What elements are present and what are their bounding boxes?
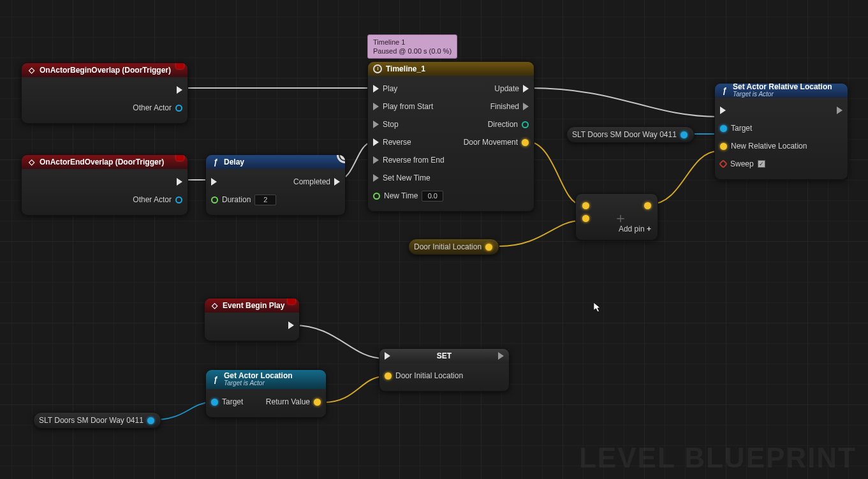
node-subtitle: Target is Actor (733, 91, 832, 98)
target-pin[interactable] (211, 399, 218, 406)
node-title: OnActorEndOverlap (DoorTrigger) (40, 158, 164, 166)
exec-out-pin[interactable] (177, 178, 182, 186)
breakpoint-icon[interactable] (288, 298, 295, 304)
node-begin-overlap[interactable]: OnActorBeginOverlap (DoorTrigger) Other … (21, 63, 188, 124)
newrel-pin[interactable] (720, 143, 727, 150)
event-icon (27, 66, 36, 75)
vec-in-b[interactable] (582, 215, 589, 222)
object-out-pin[interactable] (175, 196, 182, 203)
function-icon (720, 86, 729, 95)
node-set-actor-relative-location[interactable]: Set Actor Relative Location Target is Ac… (714, 83, 848, 180)
plus-icon: ＋ (614, 212, 628, 224)
node-vector-add[interactable]: ＋ Add pin + (575, 193, 658, 240)
wire-vec (651, 151, 718, 204)
node-title: Event Begin Play (223, 301, 284, 310)
pin-label: Other Actor (133, 103, 172, 112)
wire-vec (527, 142, 580, 204)
exec-out-pin[interactable] (288, 321, 294, 329)
pin-direction[interactable] (522, 121, 529, 128)
watermark: LEVEL BLUEPRINT (579, 442, 857, 474)
pin-setnewtime[interactable] (373, 174, 379, 182)
clock-icon (373, 64, 382, 73)
sweep-checkbox[interactable]: ✓ (758, 160, 765, 168)
node-timeline[interactable]: Timeline_1 Play Update Play from Start F… (367, 61, 534, 212)
lbl-newtime: New Time (384, 191, 418, 200)
timeline-tooltip: Timeline 1 Paused @ 0.00 s (0.0 %) (367, 34, 457, 59)
lbl-doormovement: Door Movement (464, 138, 518, 147)
object-out-pin[interactable] (680, 131, 688, 138)
lbl-reverse: Reverse (383, 138, 411, 147)
lbl-target: Target (731, 124, 752, 133)
exec-out-pin[interactable] (334, 178, 340, 186)
exec-in-pin[interactable] (385, 352, 390, 360)
wire-vec (323, 376, 385, 402)
target-pin[interactable] (720, 125, 727, 132)
node-title: SET (437, 351, 452, 360)
lbl-newrel: New Relative Location (731, 142, 807, 151)
lbl-update: Update (494, 84, 519, 93)
event-icon (27, 158, 36, 166)
var-in-pin[interactable] (385, 372, 392, 380)
node-set-variable[interactable]: SET Door Initial Location (379, 348, 510, 392)
exec-out-pin[interactable] (177, 86, 182, 94)
node-end-overlap[interactable]: OnActorEndOverlap (DoorTrigger) Other Ac… (21, 154, 188, 216)
mouse-cursor (593, 301, 602, 314)
event-icon (210, 301, 219, 310)
pin-label: Other Actor (133, 195, 172, 204)
node-get-actor-location[interactable]: Get Actor Location Target is Actor Targe… (205, 369, 327, 418)
pin-newtime[interactable] (373, 193, 380, 200)
object-out-pin[interactable] (147, 417, 154, 424)
wire-vec (499, 221, 580, 246)
exec-in-pin[interactable] (211, 178, 217, 186)
sweep-pin[interactable] (719, 159, 728, 168)
lbl-finished: Finished (490, 102, 519, 111)
exec-out-pin[interactable] (498, 352, 504, 360)
ref-door-initial-location[interactable]: Door Initial Location (408, 239, 499, 255)
pin-stop[interactable] (373, 121, 379, 128)
node-header: OnActorBeginOverlap (DoorTrigger) (22, 63, 188, 77)
pin-reversefromend[interactable] (373, 156, 379, 164)
node-event-begin-play[interactable]: Event Begin Play (204, 298, 300, 341)
vec-in-a[interactable] (582, 202, 589, 209)
duration-input[interactable] (254, 195, 276, 205)
node-title: Get Actor Location (224, 372, 293, 380)
tooltip-line1: Timeline 1 (373, 38, 405, 46)
node-title: Timeline_1 (386, 64, 425, 73)
exec-out-pin[interactable] (837, 107, 842, 114)
node-header: Set Actor Relative Location Target is Ac… (715, 84, 848, 98)
vec-out-pin[interactable] (485, 244, 492, 251)
return-pin[interactable] (314, 399, 321, 406)
plus-small-icon: + (647, 225, 651, 233)
breakpoint-icon[interactable] (176, 63, 184, 69)
ref-slt-door-bottom[interactable]: SLT Doors SM Door Way 0411 (33, 412, 161, 429)
wire-obj (155, 402, 210, 420)
node-header: OnActorEndOverlap (DoorTrigger) (22, 155, 188, 169)
tooltip-line2: Paused @ 0.00 s (0.0 %) (373, 47, 452, 55)
vec-out[interactable] (644, 202, 651, 209)
pin-label: Duration (222, 195, 251, 204)
ref-slt-door-top[interactable]: SLT Doors SM Door Way 0411 (566, 126, 695, 143)
lbl-stop: Stop (383, 120, 399, 129)
breakpoint-icon[interactable] (176, 154, 184, 161)
pin-play[interactable] (373, 85, 379, 92)
pin-playfromstart[interactable] (373, 103, 379, 110)
function-icon (211, 158, 220, 166)
object-out-pin[interactable] (175, 105, 182, 112)
lbl-playfromstart: Play from Start (383, 102, 433, 111)
ref-label: SLT Doors SM Door Way 0411 (39, 416, 143, 425)
pin-reverse[interactable] (373, 138, 379, 146)
wire-exec (529, 88, 718, 117)
newtime-input[interactable] (422, 191, 443, 202)
node-subtitle: Target is Actor (224, 380, 293, 387)
add-pin-button[interactable]: Add pin + (582, 225, 651, 233)
float-in-pin[interactable] (211, 196, 218, 203)
pin-update[interactable] (523, 85, 529, 92)
wire-exec (293, 325, 384, 358)
ref-label: Door Initial Location (414, 242, 482, 251)
node-delay[interactable]: Delay Completed Duration (205, 154, 346, 216)
lbl-return: Return Value (266, 397, 310, 406)
pin-doormovement[interactable] (522, 139, 529, 146)
pin-finished[interactable] (523, 103, 529, 110)
exec-in-pin[interactable] (720, 107, 726, 114)
node-header: Timeline_1 (368, 62, 534, 76)
